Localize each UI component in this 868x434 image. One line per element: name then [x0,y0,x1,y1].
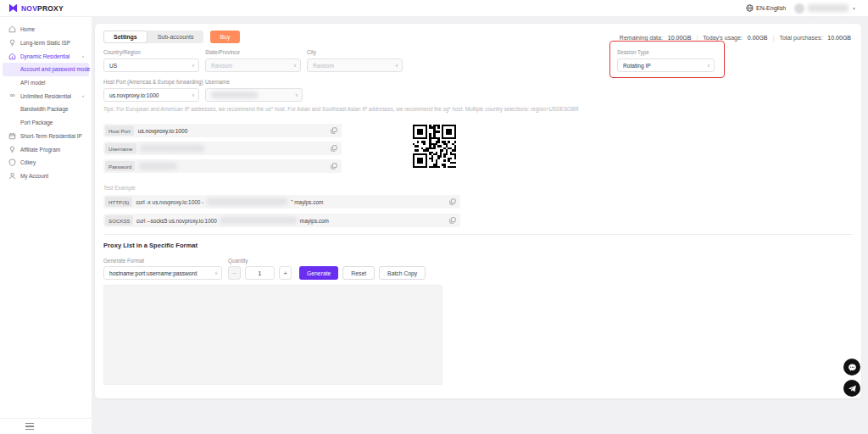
socks5-example-row: SOCKS5 curl --socks5 us.novproxy.io:1000… [103,214,460,227]
novproxy-logo-icon [8,3,18,13]
shield-icon [8,159,16,166]
username-redacted [211,92,258,98]
brand-name: NOVPROXY [21,4,64,13]
house-icon [8,53,16,60]
quantity-increase-button[interactable]: + [279,266,292,280]
section-divider [103,234,853,235]
quantity-input[interactable] [245,266,275,280]
session-type-select[interactable]: Rotating IP∨ [617,58,715,72]
credentials-redacted [220,217,297,224]
host-port-select[interactable]: us.novproxy.io:1000∨ [103,88,199,102]
stat-value: 0.00GB [748,35,768,41]
host-port-value: us.novproxy.io:1000 [138,128,188,134]
quantity-label: Quantity [228,258,248,264]
proxy-list-title: Proxy List in a Specific Format [103,242,198,249]
stat-value: 10.00GB [827,35,851,41]
city-select[interactable]: Random∨ [307,58,403,72]
reset-button[interactable]: Reset [342,266,375,280]
telegram-icon [848,384,857,393]
https-example-row: HTTP(S) curl -x us.novproxy.io:1000 - " … [103,195,460,209]
username-row: Username [103,142,342,155]
user-icon [8,172,16,180]
username-redacted [808,4,849,12]
brand-logo[interactable]: NOVPROXY [8,3,64,13]
chevron-down-icon: ∨ [707,63,710,68]
username-select[interactable]: ∨ [205,88,303,102]
test-example-title: Test Example [103,185,136,191]
curl-command-suffix: " mayips.com [291,199,323,205]
sidebar-item-affiliate-program[interactable]: Affiliate Program [0,142,92,156]
copy-icon[interactable] [331,163,337,170]
collapse-sidebar-icon[interactable] [25,423,34,430]
qr-code [413,125,456,168]
host-port-row: Host Port us.novproxy.io:1000 [103,124,342,137]
sidebar-item-account-password-mode[interactable]: Account and password mode [3,63,89,76]
generated-proxy-output[interactable] [103,285,442,385]
copy-icon[interactable] [331,127,337,134]
copy-icon[interactable] [331,145,337,152]
chevron-down-icon: ∨ [395,63,398,68]
usage-stats: Remaining data:10.00GB | Today's usage:0… [620,35,851,41]
stat-label: Remaining data: [620,35,663,41]
sidebar-footer [0,418,92,434]
host-port-label: Host Port (Americas & Europe forwarding) [103,79,199,85]
telegram-button[interactable] [843,380,860,397]
live-chat-button[interactable] [843,359,860,376]
batch-copy-button[interactable]: Batch Copy [379,266,426,280]
socks5-chip: SOCKS5 [105,215,133,225]
stat-value: 10.00GB [668,35,692,41]
sidebar-item-unlimited-residential[interactable]: ∞ Unlimited Residential ∧ [0,89,92,103]
state-select[interactable]: Random∨ [205,58,301,72]
sidebar-item-my-account[interactable]: My Account [0,170,92,183]
https-chip: HTTP(S) [105,197,132,207]
sidebar-item-bandwidth-package[interactable]: Bandwidth Package [0,103,92,116]
tab-sub-accounts[interactable]: Sub-accounts [147,31,204,43]
password-redacted [139,163,177,170]
chevron-down-icon: ∨ [192,63,195,68]
country-label: Country/Region [103,49,199,55]
host-port-chip: Host Port [105,125,134,136]
tips-text: Tips: For European and American IP addre… [103,106,579,112]
copy-icon[interactable] [449,217,456,224]
sidebar-item-api-model[interactable]: API model [0,76,92,90]
curl-command-prefix: curl -x us.novproxy.io:1000 - [136,199,203,205]
generate-button[interactable]: Generate [299,266,338,280]
chevron-down-icon: ∨ [295,92,298,97]
buy-button[interactable]: Buy [210,31,239,43]
curl-command-prefix: curl --socks5 us.novproxy.io:1000 [136,218,217,224]
password-chip: Password [105,161,135,171]
chevron-down-icon: ▼ [852,6,856,11]
sidebar: Home Long-term Static ISP Dynamic Reside… [0,17,92,434]
copy-icon[interactable] [449,198,456,205]
chevron-down-icon: ∨ [214,270,218,275]
username-chip: Username [105,143,136,153]
sidebar-item-short-term-residential[interactable]: Short-Term Residential IP [0,130,92,143]
sidebar-item-home[interactable]: Home [0,23,92,36]
sidebar-item-dynamic-residential[interactable]: Dynamic Residential ∧ [0,49,92,63]
password-row: Password [103,159,342,173]
chevron-down-icon: ∨ [293,63,297,68]
tab-settings[interactable]: Settings [103,31,147,43]
username-label: Username [205,79,303,85]
chevron-up-icon: ∧ [81,94,85,98]
sidebar-item-longterm-static-isp[interactable]: Long-term Static ISP [0,36,92,50]
globe-icon [746,4,754,12]
curl-command-suffix: mayips.com [300,218,329,224]
calendar-icon [8,132,16,140]
stat-label: Today's usage: [703,35,742,41]
top-header: NOVPROXY EN-English ▼ [0,0,868,17]
bulb-icon [8,39,16,47]
country-select[interactable]: US∨ [103,58,199,72]
chat-bubble-icon [848,363,857,372]
language-selector[interactable]: EN-English [746,4,786,12]
quantity-decrease-button[interactable]: − [228,266,241,280]
account-menu[interactable]: ▼ [794,3,856,14]
sidebar-item-port-package[interactable]: Port Package [0,116,92,130]
sidebar-item-cdkey[interactable]: Cdkey [0,156,92,170]
mode-tabs: Settings Sub-accounts [103,31,203,43]
generate-format-select[interactable]: hostname:port:username:password∨ [103,266,222,280]
home-icon [8,25,16,33]
generate-format-label: Generate Format [103,258,144,264]
state-label: State/Province [205,49,301,55]
bulb-icon [8,146,16,153]
